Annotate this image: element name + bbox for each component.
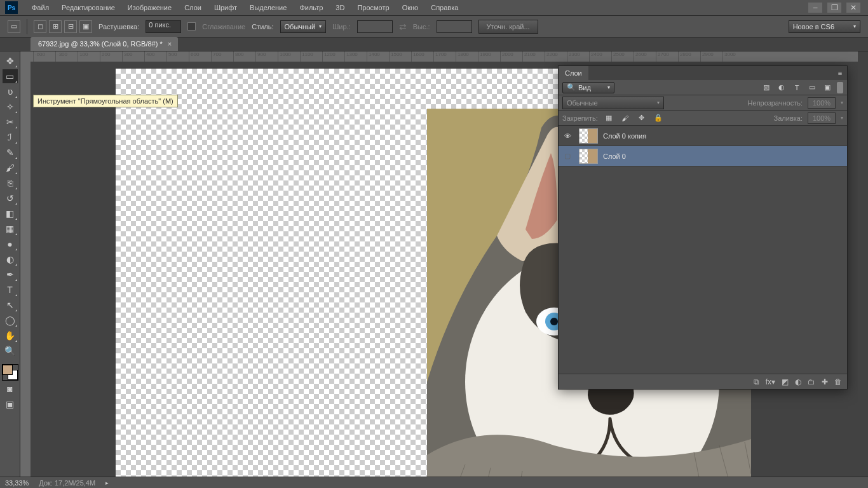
link-layers-icon[interactable]: ⧉	[754, 377, 759, 386]
new-layer-icon[interactable]: ✚	[822, 377, 828, 386]
menu-file[interactable]: Файл	[25, 4, 55, 11]
layer-filter-kind-select[interactable]: 🔍 Вид ▾	[562, 82, 614, 93]
lock-pixels-icon[interactable]: 🖌	[620, 112, 631, 124]
panel-menu-icon[interactable]: ≡	[833, 66, 847, 80]
move-tool[interactable]: ✥	[3, 54, 18, 68]
eyedropper-tool[interactable]: ℐ	[3, 130, 18, 144]
filter-shape-icon[interactable]: ▭	[806, 82, 818, 93]
feather-label: Растушевка:	[98, 23, 139, 30]
layer-item[interactable]: 👁 Слой 0 копия	[559, 126, 847, 146]
intersect-selection-icon[interactable]: ▣	[79, 20, 92, 33]
close-tab-icon[interactable]: ×	[168, 40, 172, 48]
adjustment-layer-icon[interactable]: ◐	[795, 377, 801, 386]
layer-thumbnail[interactable]	[579, 149, 598, 164]
blend-opacity-row: Обычные▾ Непрозрачность: 100% ▾	[559, 95, 847, 111]
vertical-ruler[interactable]	[20, 62, 31, 477]
close-window-button[interactable]: ✕	[846, 3, 860, 13]
document-tabs: 67932.jpg @ 33,3% (Слой 0, RGB/8#) * ×	[0, 37, 868, 51]
menu-3d[interactable]: 3D	[329, 4, 351, 11]
menu-image[interactable]: Изображение	[121, 4, 178, 11]
visibility-toggle-icon[interactable]: 👁	[561, 132, 574, 140]
swap-icon: ⇄	[399, 22, 407, 32]
dodge-tool[interactable]: ◐	[3, 252, 18, 266]
zoom-display[interactable]: 33,33%	[5, 479, 29, 487]
current-tool-preset-icon[interactable]: ▭	[8, 20, 20, 33]
magic-wand-tool[interactable]: ✧	[3, 100, 18, 114]
refine-edge-button[interactable]: Уточн. край...	[478, 20, 538, 34]
menu-select[interactable]: Выделение	[243, 4, 293, 11]
filter-smart-icon[interactable]: ▣	[822, 82, 833, 93]
minimize-button[interactable]: –	[808, 3, 822, 13]
lasso-tool[interactable]: ʋ	[3, 85, 18, 98]
menu-layers[interactable]: Слои	[178, 4, 208, 11]
layers-tab[interactable]: Слои	[559, 66, 588, 80]
document-tab[interactable]: 67932.jpg @ 33,3% (Слой 0, RGB/8#) * ×	[31, 37, 178, 51]
fill-input: 100%	[808, 112, 836, 124]
visibility-toggle-icon[interactable]: ▢	[561, 152, 574, 160]
menu-help[interactable]: Справка	[424, 4, 465, 11]
canvas-area[interactable]: -600-30010020030040050060070080090010001…	[20, 51, 858, 477]
width-input	[357, 20, 393, 33]
shape-tool[interactable]: ◯	[3, 313, 18, 327]
zoom-tool[interactable]: 🔍	[3, 344, 18, 358]
lock-position-icon[interactable]: ✥	[636, 112, 648, 124]
layer-name[interactable]: Слой 0	[603, 152, 626, 160]
horizontal-ruler[interactable]: -600-30010020030040050060070080090010001…	[20, 51, 858, 62]
layer-thumbnail[interactable]	[579, 128, 598, 144]
add-selection-icon[interactable]: ⊞	[49, 20, 62, 33]
window-controls: – ❐ ✕	[808, 3, 868, 13]
subtract-selection-icon[interactable]: ⊟	[64, 20, 77, 33]
brush-tool[interactable]: 🖌	[3, 161, 18, 175]
blur-tool[interactable]: ●	[3, 237, 18, 251]
rectangular-marquee-tool[interactable]: ▭	[3, 69, 18, 83]
color-swatches[interactable]	[2, 364, 18, 381]
lock-all-icon[interactable]: 🔒	[653, 112, 664, 124]
filter-adjustment-icon[interactable]: ◐	[776, 82, 787, 93]
crop-tool[interactable]: ✂	[3, 115, 18, 129]
filter-pixel-icon[interactable]: ▧	[761, 82, 772, 93]
filter-type-icon[interactable]: T	[791, 82, 803, 93]
selection-mode-group: ◻ ⊞ ⊟ ▣	[34, 20, 92, 33]
screen-mode-toggle[interactable]: ▣	[3, 397, 18, 411]
right-dock-collapsed[interactable]	[858, 51, 868, 477]
lock-transparency-icon[interactable]: ▦	[603, 112, 614, 124]
new-group-icon[interactable]: 🗀	[808, 377, 815, 386]
path-selection-tool[interactable]: ↖	[3, 298, 18, 312]
delete-layer-icon[interactable]: 🗑	[834, 377, 842, 386]
new-selection-icon[interactable]: ◻	[34, 20, 46, 33]
lock-label: Закрепить:	[562, 114, 598, 122]
options-bar: ▭ ◻ ⊞ ⊟ ▣ Растушевка: 0 пикс. Сглаживани…	[0, 16, 868, 37]
feather-input[interactable]: 0 пикс.	[146, 20, 181, 33]
status-menu-icon[interactable]: ▸	[105, 480, 109, 486]
lock-fill-row: Закрепить: ▦ 🖌 ✥ 🔒 Заливка: 100% ▾	[559, 111, 847, 126]
foreground-color[interactable]	[3, 365, 13, 375]
clone-stamp-tool[interactable]: ⎘	[3, 176, 18, 190]
menu-filter[interactable]: Фильтр	[293, 4, 329, 11]
menu-edit[interactable]: Редактирование	[55, 4, 121, 11]
menu-type[interactable]: Шрифт	[208, 4, 243, 11]
whats-new-select[interactable]: Новое в CS6▾	[789, 20, 860, 33]
maximize-button[interactable]: ❐	[827, 3, 841, 13]
history-brush-tool[interactable]: ↺	[3, 191, 18, 205]
style-select[interactable]: Обычный▾	[280, 20, 327, 33]
opacity-label: Непрозрачность:	[748, 99, 803, 107]
panel-tab-bar: Слои ≡	[559, 66, 847, 80]
layer-name[interactable]: Слой 0 копия	[603, 132, 646, 140]
layer-fx-icon[interactable]: fx▾	[766, 377, 775, 386]
quick-mask-toggle[interactable]: ◙	[3, 382, 18, 396]
gradient-tool[interactable]: ▦	[3, 222, 18, 236]
layers-panel[interactable]: Слои ≡ 🔍 Вид ▾ ▧ ◐ T ▭ ▣ Обычные▾ Непроз…	[558, 65, 848, 390]
add-mask-icon[interactable]: ◩	[782, 377, 789, 386]
layers-panel-footer: ⧉ fx▾ ◩ ◐ 🗀 ✚ 🗑	[559, 374, 847, 389]
eraser-tool[interactable]: ◧	[3, 207, 18, 220]
menu-view[interactable]: Просмотр	[351, 4, 395, 11]
height-label: Выс.:	[413, 23, 430, 30]
filter-toggle[interactable]	[837, 82, 843, 93]
type-tool[interactable]: T	[3, 283, 18, 297]
hand-tool[interactable]: ✋	[3, 329, 18, 342]
app-logo: Ps	[5, 1, 18, 14]
layer-item[interactable]: ▢ Слой 0	[559, 146, 847, 166]
pen-tool[interactable]: ✒	[3, 268, 18, 281]
spot-healing-tool[interactable]: ✎	[3, 146, 18, 159]
menu-window[interactable]: Окно	[396, 4, 425, 11]
